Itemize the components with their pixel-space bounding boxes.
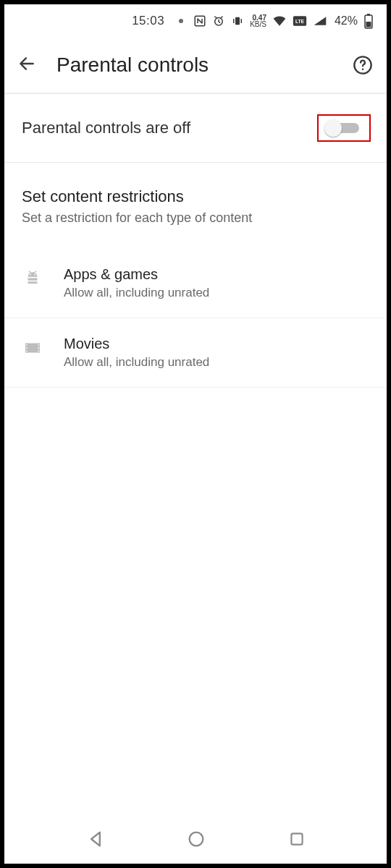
app-bar: Parental controls: [4, 38, 387, 94]
svg-rect-4: [241, 19, 243, 23]
list-item-title: Movies: [64, 336, 209, 352]
status-separator-dot: [179, 19, 183, 23]
svg-rect-13: [28, 281, 38, 284]
cellular-signal-icon: [313, 15, 327, 27]
svg-rect-25: [38, 347, 39, 349]
section-header: Set content restrictions Set a restricti…: [4, 163, 387, 233]
svg-rect-3: [233, 19, 235, 23]
nav-home-button[interactable]: [186, 829, 206, 852]
svg-text:LTE: LTE: [295, 19, 305, 24]
network-speed-unit: KB/S: [250, 21, 266, 27]
back-button[interactable]: [17, 54, 36, 76]
status-time: 15:03: [132, 14, 164, 28]
svg-rect-23: [26, 350, 28, 352]
svg-rect-12: [28, 278, 38, 280]
svg-point-14: [30, 274, 31, 276]
svg-rect-26: [38, 350, 39, 352]
svg-rect-2: [235, 17, 240, 25]
parental-controls-toggle[interactable]: [324, 120, 363, 136]
svg-line-17: [35, 271, 36, 273]
svg-rect-28: [291, 833, 302, 844]
nav-back-button[interactable]: [85, 829, 106, 852]
parental-controls-toggle-row: Parental controls are off: [4, 94, 387, 163]
svg-point-15: [34, 274, 35, 276]
svg-rect-9: [366, 22, 371, 27]
svg-rect-8: [367, 14, 370, 16]
nav-recents-button[interactable]: [287, 830, 306, 851]
toggle-label: Parental controls are off: [22, 119, 317, 137]
battery-icon: [363, 13, 374, 29]
status-bar: 15:03 0.47 KB/S: [4, 4, 387, 38]
system-nav-bar: [4, 817, 387, 864]
network-speed: 0.47 KB/S: [250, 14, 266, 27]
vibrate-icon: [231, 14, 244, 27]
device-frame: 15:03 0.47 KB/S: [0, 0, 391, 868]
svg-point-27: [190, 833, 203, 846]
svg-rect-21: [26, 344, 28, 346]
svg-rect-22: [26, 347, 28, 349]
restriction-item-movies[interactable]: Movies Allow all, including unrated: [4, 318, 387, 388]
list-item-subtitle: Allow all, including unrated: [64, 286, 209, 300]
android-icon: [22, 266, 43, 288]
restriction-item-apps-games[interactable]: Apps & games Allow all, including unrate…: [4, 249, 387, 318]
svg-rect-24: [38, 344, 39, 346]
alarm-icon: [212, 14, 225, 27]
list-item-subtitle: Allow all, including unrated: [64, 355, 209, 370]
nfc-icon: [193, 14, 206, 27]
section-subtitle: Set a restriction for each type of conte…: [22, 210, 369, 226]
wifi-icon: [272, 14, 287, 27]
volte-icon: LTE: [293, 15, 307, 27]
svg-line-16: [29, 271, 30, 273]
svg-point-11: [362, 69, 364, 71]
toggle-highlight-box: [317, 114, 371, 142]
list-item-title: Apps & games: [64, 266, 209, 283]
section-title: Set content restrictions: [22, 187, 369, 206]
page-title: Parental controls: [56, 54, 332, 77]
film-icon: [22, 336, 43, 357]
battery-percent: 42%: [335, 14, 358, 27]
help-button[interactable]: [352, 54, 374, 76]
